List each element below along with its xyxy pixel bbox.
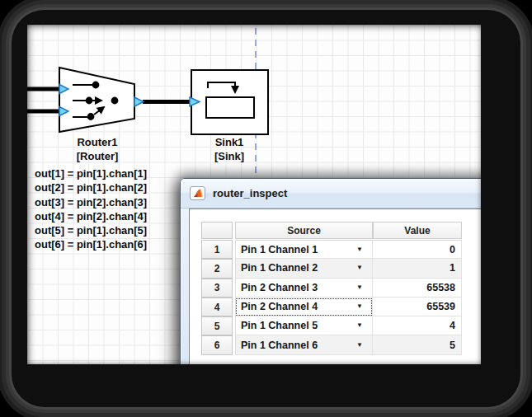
dropdown-arrow-icon[interactable]: ▼ bbox=[356, 342, 363, 349]
value-cell[interactable]: 5 bbox=[373, 335, 462, 354]
source-cell[interactable]: Pin 1 Channel 5 ▼ bbox=[235, 316, 373, 335]
sink-block-label[interactable]: Sink1 [Sink] bbox=[214, 135, 244, 163]
router-name[interactable]: Router1 bbox=[77, 135, 119, 149]
table-header-row: Source Value bbox=[201, 222, 462, 239]
value-column-header: Value bbox=[373, 222, 462, 239]
source-cell[interactable]: Pin 1 Channel 6 ▼ bbox=[235, 335, 373, 354]
row-number-cell[interactable]: 3 bbox=[201, 279, 233, 298]
source-cell[interactable]: Pin 2 Channel 3 ▼ bbox=[235, 279, 373, 298]
table-row: 1 Pin 1 Channel 1 ▼ 0 bbox=[201, 240, 462, 259]
corner-header-cell bbox=[201, 222, 233, 239]
value-cell[interactable]: 1 bbox=[373, 259, 462, 278]
dropdown-arrow-icon[interactable]: ▼ bbox=[356, 284, 363, 291]
dropdown-arrow-icon[interactable]: ▼ bbox=[356, 265, 363, 271]
dropdown-arrow-icon[interactable]: ▼ bbox=[356, 303, 363, 310]
source-cell-label: Pin 2 Channel 3 bbox=[241, 282, 318, 293]
value-cell[interactable]: 65538 bbox=[373, 279, 462, 298]
table-row: 6 Pin 1 Channel 6 ▼ 5 bbox=[201, 335, 462, 354]
row-number-cell[interactable]: 4 bbox=[201, 298, 233, 316]
row-number-cell[interactable]: 1 bbox=[201, 240, 233, 259]
annotation-line[interactable]: out[3] = pin[2].chan[3] bbox=[35, 195, 147, 209]
source-column-header: Source bbox=[235, 222, 373, 239]
router-output-port bbox=[134, 97, 144, 106]
router-type-label[interactable]: [Router] bbox=[77, 149, 119, 163]
dialog-titlebar[interactable]: router_inspect bbox=[181, 179, 481, 208]
table-row: 5 Pin 1 Channel 5 ▼ 4 bbox=[201, 316, 462, 335]
row-number-cell[interactable]: 2 bbox=[201, 259, 233, 278]
annotation-text[interactable]: out[1] = pin[1].chan[1]out[2] = pin[1].c… bbox=[35, 166, 147, 252]
dialog-client: Source Value 1 Pin 1 Channel 1 ▼ 0 2 Pin… bbox=[189, 208, 481, 364]
source-cell-label: Pin 2 Channel 4 bbox=[241, 301, 318, 312]
dialog-title: router_inspect bbox=[213, 187, 287, 199]
annotation-line[interactable]: out[4] = pin[2].chan[4] bbox=[35, 209, 147, 223]
source-cell[interactable]: Pin 2 Channel 4 ▼ bbox=[235, 298, 373, 316]
router-block[interactable] bbox=[59, 68, 144, 132]
row-number-cell[interactable]: 6 bbox=[201, 335, 233, 354]
sink-name[interactable]: Sink1 bbox=[214, 135, 244, 149]
source-cell-label: Pin 1 Channel 5 bbox=[241, 320, 318, 331]
annotation-line[interactable]: out[6] = pin[1].chan[6] bbox=[35, 237, 147, 251]
screenshot-stage: Router1 [Router] Sink1 [Sink] out[1] = p… bbox=[0, 0, 532, 417]
data-table: Source Value 1 Pin 1 Channel 1 ▼ 0 2 Pin… bbox=[201, 222, 462, 355]
router-block-label[interactable]: Router1 [Router] bbox=[77, 135, 119, 163]
table-row: 3 Pin 2 Channel 3 ▼ 65538 bbox=[201, 279, 462, 298]
annotation-line[interactable]: out[2] = pin[1].chan[2] bbox=[35, 180, 147, 194]
value-cell[interactable]: 65539 bbox=[373, 298, 462, 316]
source-cell-label: Pin 1 Channel 1 bbox=[241, 244, 318, 255]
inspect-dialog: router_inspect Source Value 1 Pin 1 Chan… bbox=[180, 178, 481, 364]
sink-block[interactable] bbox=[190, 70, 268, 134]
table-body: 1 Pin 1 Channel 1 ▼ 0 2 Pin 1 Channel 2 … bbox=[201, 240, 462, 355]
source-cell[interactable]: Pin 1 Channel 2 ▼ bbox=[235, 259, 373, 278]
source-cell-label: Pin 1 Channel 2 bbox=[241, 262, 318, 274]
value-cell[interactable]: 4 bbox=[373, 316, 462, 335]
sink-type-label[interactable]: [Sink] bbox=[214, 149, 244, 163]
table-row: 2 Pin 1 Channel 2 ▼ 1 bbox=[201, 259, 462, 278]
annotation-line[interactable]: out[5] = pin[1].chan[5] bbox=[35, 223, 147, 237]
matlab-icon bbox=[190, 186, 205, 200]
value-cell[interactable]: 0 bbox=[373, 240, 462, 259]
model-canvas: Router1 [Router] Sink1 [Sink] out[1] = p… bbox=[27, 25, 481, 364]
source-cell-label: Pin 1 Channel 6 bbox=[241, 340, 318, 351]
dropdown-arrow-icon[interactable]: ▼ bbox=[356, 322, 363, 329]
annotation-line[interactable]: out[1] = pin[1].chan[1] bbox=[35, 166, 147, 180]
dropdown-arrow-icon[interactable]: ▼ bbox=[356, 246, 363, 253]
table-row: 4 Pin 2 Channel 4 ▼ 65539 bbox=[201, 298, 462, 316]
row-number-cell[interactable]: 5 bbox=[201, 316, 233, 335]
source-cell[interactable]: Pin 1 Channel 1 ▼ bbox=[235, 240, 373, 259]
